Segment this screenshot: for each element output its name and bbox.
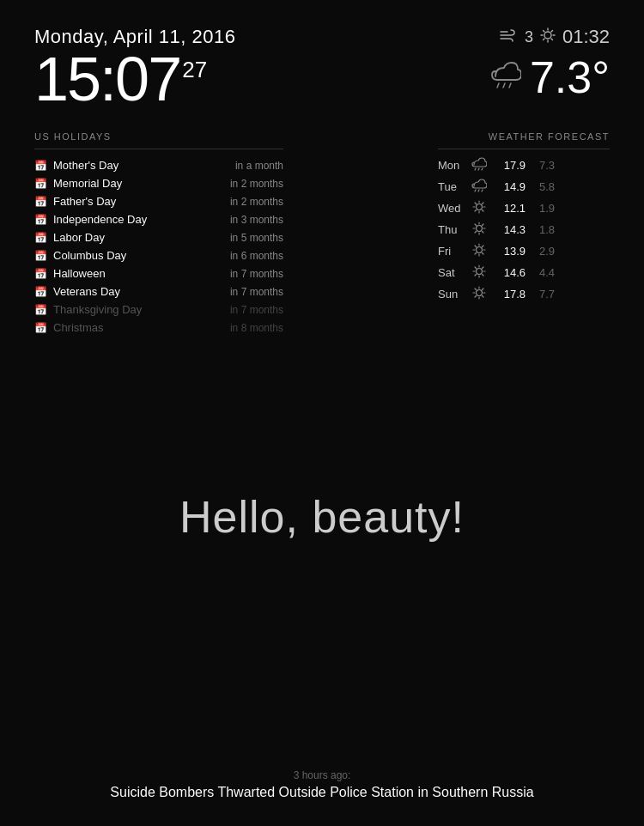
sun-time: 01:32 [562,26,610,48]
list-item: 📅 Independence Day in 3 months [34,210,283,228]
svg-line-51 [483,275,484,276]
rain-forecast-icon [471,179,488,195]
main-temperature: 7.3° [530,52,610,103]
svg-line-24 [483,210,484,212]
svg-line-50 [475,267,477,269]
datetime-panel: Monday, April 11, 2016 15:07 27 [34,26,235,110]
list-item: 📅 Christmas in 8 months [34,319,283,337]
forecast-day: Sat [438,266,465,279]
forecast-panel: WEATHER FORECAST Mon 17.9 7.3 Tue [438,131,610,337]
calendar-icon: 📅 [34,286,46,298]
svg-line-15 [475,190,476,191]
calendar-icon: 📅 [34,268,46,280]
forecast-title: WEATHER FORECAST [438,131,610,142]
forecast-day: Mon [438,159,465,172]
svg-line-8 [543,39,544,40]
forecast-high: 12.1 [493,202,526,215]
sun-forecast-icon [471,286,488,302]
holiday-time: in a month [235,160,283,172]
holiday-name: Columbus Day [53,249,230,262]
news-headline: Suicide Bombers Thwarted Outside Police … [0,785,644,800]
svg-line-33 [483,232,484,234]
svg-line-44 [475,253,477,255]
holiday-time: in 2 months [230,178,283,190]
calendar-icon: 📅 [34,196,46,208]
sun-forecast-icon [471,243,488,259]
forecast-low: 1.9 [531,202,555,215]
svg-line-13 [478,168,479,170]
list-item: 📅 Veterans Day in 7 months [34,282,283,301]
holiday-time: in 7 months [230,304,283,316]
svg-line-6 [551,39,553,40]
holiday-name: Thanksgiving Day [53,303,230,316]
holiday-name: Labor Day [53,231,230,244]
forecast-day: Tue [438,180,465,193]
time-main: 15:07 [34,48,180,110]
holiday-name: Christmas [53,321,230,334]
svg-line-62 [475,296,477,298]
forecast-low: 1.8 [531,223,555,236]
forecast-low: 7.7 [531,288,555,301]
svg-point-18 [477,204,483,210]
svg-line-7 [551,30,553,32]
calendar-icon: 📅 [34,214,46,226]
calendar-icon: 📅 [34,304,46,316]
news-timestamp: 3 hours ago: [0,769,644,781]
time-seconds: 27 [182,58,207,81]
svg-line-5 [543,30,544,32]
rain-icon [489,59,521,95]
svg-line-53 [475,275,477,276]
calendar-icon: 📅 [34,250,46,262]
top-section: Monday, April 11, 2016 15:07 27 3 [0,0,644,127]
forecast-row: Wed 12.1 1.9 [438,197,610,219]
svg-line-16 [478,190,479,191]
svg-line-59 [475,288,477,290]
forecast-day: Thu [438,223,465,236]
sun-forecast-icon [471,200,488,216]
forecast-high: 17.9 [493,159,526,172]
holiday-name: Mother's Day [53,159,235,172]
calendar-icon: 📅 [34,322,46,334]
list-item: 📅 Labor Day in 5 months [34,228,283,246]
forecast-low: 2.9 [531,245,555,258]
holidays-panel: US HOLIDAYS 📅 Mother's Day in a month 📅 … [34,131,283,337]
forecast-day: Wed [438,202,465,215]
greeting-section: Hello, beauty! [0,491,644,543]
svg-line-43 [483,246,484,247]
forecast-day: Sun [438,288,465,301]
svg-line-23 [475,203,477,204]
svg-line-52 [483,267,484,269]
forecast-high: 14.6 [493,266,526,279]
holidays-title: US HOLIDAYS [34,131,283,142]
svg-point-45 [477,269,483,275]
news-section: 3 hours ago: Suicide Bombers Thwarted Ou… [0,769,644,800]
svg-line-42 [483,253,484,255]
list-item: 📅 Father's Day in 2 months [34,192,283,210]
holiday-time: in 3 months [230,214,283,226]
holiday-name: Independence Day [53,213,230,226]
list-item: 📅 Memorial Day in 2 months [34,174,283,192]
svg-point-54 [477,290,483,296]
rain-forecast-icon [471,157,488,173]
holidays-divider [34,149,283,149]
forecast-low: 5.8 [531,180,555,193]
svg-line-25 [483,203,484,204]
wind-speed: 3 [525,28,533,46]
svg-point-27 [477,226,483,232]
forecast-row: Thu 14.3 1.8 [438,219,610,240]
svg-point-0 [544,32,551,39]
sunrise-icon [540,27,556,47]
middle-section: US HOLIDAYS 📅 Mother's Day in a month 📅 … [0,131,644,337]
forecast-row: Sun 17.8 7.7 [438,283,610,305]
time-display: 15:07 27 [34,48,235,110]
svg-line-60 [483,296,484,298]
holiday-time: in 6 months [230,250,283,262]
sun-forecast-icon [471,264,488,281]
forecast-row: Mon 17.9 7.3 [438,155,610,176]
holiday-time: in 2 months [230,196,283,208]
list-item: 📅 Mother's Day in a month [34,156,283,174]
forecast-row: Fri 13.9 2.9 [438,240,610,262]
weather-top-row: 3 01:32 [499,26,610,48]
forecast-high: 14.9 [493,180,526,193]
forecast-high: 13.9 [493,245,526,258]
